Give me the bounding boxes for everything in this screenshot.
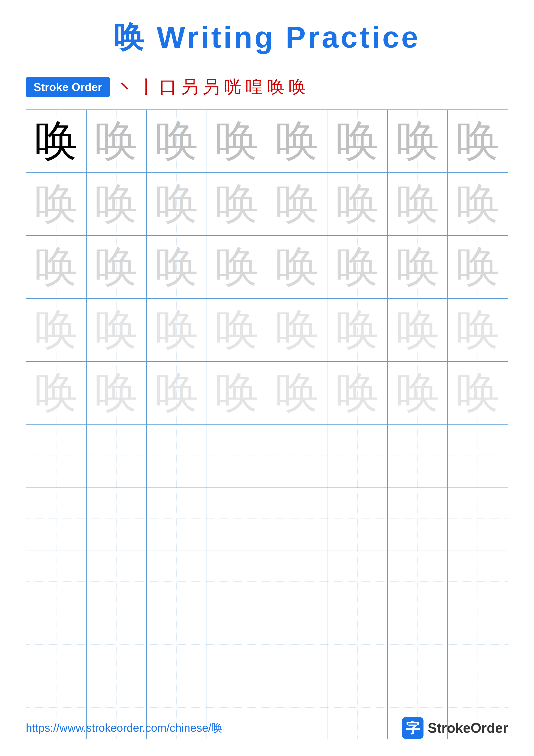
grid-cell[interactable]: 唤 <box>87 110 147 173</box>
grid-cell[interactable]: 唤 <box>388 299 448 361</box>
grid-cell[interactable]: 唤 <box>87 236 147 298</box>
grid-cell[interactable] <box>448 424 508 487</box>
stroke-9: 唤 <box>289 75 306 99</box>
grid-cell[interactable] <box>207 613 267 676</box>
grid-cell[interactable]: 唤 <box>87 173 147 235</box>
grid-cell[interactable] <box>207 551 267 613</box>
grid-cell[interactable] <box>267 551 328 613</box>
grid-cell[interactable]: 唤 <box>147 236 207 298</box>
grid-cell[interactable]: 唤 <box>448 299 508 361</box>
grid-cell[interactable] <box>327 487 388 550</box>
grid-cell[interactable] <box>388 613 448 676</box>
grid-cell[interactable]: 唤 <box>267 362 328 424</box>
grid-cell[interactable]: 唤 <box>388 110 448 173</box>
grid-cell[interactable] <box>147 487 207 550</box>
character-display: 唤 <box>95 182 138 226</box>
grid-cell[interactable]: 唤 <box>267 173 328 235</box>
grid-cell[interactable] <box>448 551 508 613</box>
grid-cell[interactable] <box>207 487 267 550</box>
footer: https://www.strokeorder.com/chinese/唤 字 … <box>26 717 508 739</box>
grid-cell[interactable] <box>87 487 147 550</box>
grid-cell[interactable]: 唤 <box>207 299 267 361</box>
grid-cell[interactable]: 唤 <box>448 110 508 173</box>
grid-cell[interactable]: 唤 <box>388 236 448 298</box>
grid-cell[interactable]: 唤 <box>207 362 267 424</box>
character-display: 唤 <box>275 120 318 163</box>
grid-cell[interactable]: 唤 <box>147 299 207 361</box>
grid-cell[interactable]: 唤 <box>267 299 328 361</box>
grid-cell[interactable] <box>147 613 207 676</box>
grid-cell[interactable] <box>388 551 448 613</box>
grid-cell[interactable]: 唤 <box>207 236 267 298</box>
grid-cell[interactable]: 唤 <box>448 236 508 298</box>
grid-cell[interactable] <box>267 424 328 487</box>
character-display: 唤 <box>35 309 78 351</box>
character-display: 唤 <box>95 309 138 351</box>
grid-cell[interactable] <box>26 487 87 550</box>
character-display: 唤 <box>456 182 499 226</box>
grid-cell[interactable] <box>87 551 147 613</box>
character-display: 唤 <box>336 120 379 163</box>
grid-cell[interactable]: 唤 <box>26 110 87 173</box>
grid-cell[interactable]: 唤 <box>207 173 267 235</box>
grid-cell[interactable]: 唤 <box>388 362 448 424</box>
grid-cell[interactable] <box>26 424 87 487</box>
grid-cell[interactable]: 唤 <box>26 173 87 235</box>
character-display: 唤 <box>275 309 318 351</box>
grid-cell[interactable]: 唤 <box>147 362 207 424</box>
footer-logo-text: StrokeOrder <box>428 720 508 736</box>
character-display: 唤 <box>396 309 439 351</box>
footer-logo: 字 StrokeOrder <box>402 717 508 739</box>
grid-cell[interactable]: 唤 <box>87 362 147 424</box>
grid-cell[interactable] <box>327 613 388 676</box>
grid-cell[interactable] <box>26 551 87 613</box>
grid-cell[interactable]: 唤 <box>448 173 508 235</box>
grid-cell[interactable]: 唤 <box>327 299 388 361</box>
grid-cell[interactable]: 唤 <box>147 173 207 235</box>
grid-cell[interactable] <box>448 613 508 676</box>
grid-cell[interactable]: 唤 <box>327 110 388 173</box>
grid-cell[interactable]: 唤 <box>267 236 328 298</box>
grid-cell[interactable]: 唤 <box>26 362 87 424</box>
grid-cell[interactable]: 唤 <box>327 362 388 424</box>
grid-cell[interactable]: 唤 <box>207 110 267 173</box>
stroke-4: 叧 <box>181 75 198 99</box>
grid-row-8 <box>26 551 508 613</box>
page-title: 唤 Writing Practice <box>114 17 420 58</box>
grid-cell[interactable]: 唤 <box>327 236 388 298</box>
grid-cell[interactable] <box>388 487 448 550</box>
grid-cell[interactable] <box>327 424 388 487</box>
grid-cell[interactable]: 唤 <box>448 362 508 424</box>
grid-cell[interactable]: 唤 <box>267 110 328 173</box>
grid-cell[interactable] <box>147 551 207 613</box>
character-display: 唤 <box>95 371 138 415</box>
character-display: 唤 <box>396 182 439 226</box>
grid-cell[interactable]: 唤 <box>26 299 87 361</box>
character-display: 唤 <box>456 245 499 288</box>
grid-cell[interactable] <box>267 613 328 676</box>
character-display: 唤 <box>95 245 138 288</box>
footer-url[interactable]: https://www.strokeorder.com/chinese/唤 <box>26 720 222 736</box>
character-display: 唤 <box>275 371 318 415</box>
character-display: 唤 <box>35 371 78 415</box>
grid-cell[interactable] <box>327 551 388 613</box>
grid-cell[interactable] <box>87 613 147 676</box>
grid-row-3: 唤 唤 唤 唤 唤 唤 唤 唤 <box>26 236 508 299</box>
grid-cell[interactable]: 唤 <box>26 236 87 298</box>
grid-cell[interactable]: 唤 <box>87 299 147 361</box>
grid-cell[interactable] <box>87 424 147 487</box>
grid-cell[interactable]: 唤 <box>327 173 388 235</box>
grid-cell[interactable] <box>26 613 87 676</box>
grid-cell[interactable]: 唤 <box>388 173 448 235</box>
character-display: 唤 <box>336 371 379 415</box>
stroke-order-row: Stroke Order ㇔ ㇑ 口 叧 叧 咣 喤 唤 唤 <box>26 75 508 99</box>
grid-cell[interactable] <box>448 487 508 550</box>
grid-cell[interactable] <box>207 424 267 487</box>
character-display: 唤 <box>456 371 499 415</box>
grid-cell[interactable]: 唤 <box>147 110 207 173</box>
character-display: 唤 <box>456 309 499 351</box>
stroke-3: 口 <box>159 75 177 99</box>
grid-cell[interactable] <box>147 424 207 487</box>
grid-cell[interactable] <box>267 487 328 550</box>
grid-cell[interactable] <box>388 424 448 487</box>
